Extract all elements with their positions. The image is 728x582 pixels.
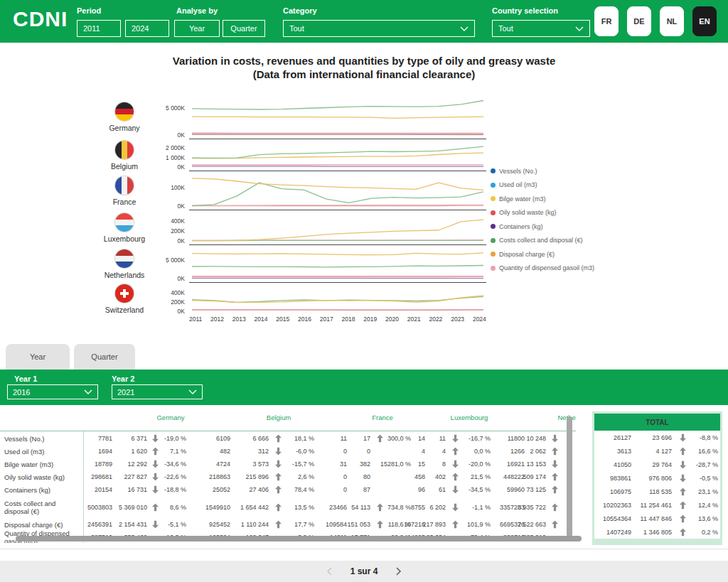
- y-axis-ticks: 5 000K0K: [149, 245, 189, 283]
- legend-label: Costs collect and disposal (€): [499, 237, 583, 244]
- value-year2: 16 731: [127, 486, 147, 493]
- page-indicator: 1 sur 4: [350, 566, 378, 576]
- value-year2: 12 292: [127, 460, 147, 468]
- legend-dot-icon: [491, 196, 496, 201]
- x-axis-year-label: 2024: [473, 316, 486, 323]
- country-name: Netherlands: [105, 271, 145, 279]
- chart-plot: [189, 95, 486, 139]
- previous-page-icon[interactable]: [326, 567, 332, 576]
- trend-up-icon: [678, 447, 687, 455]
- total-value-percent: 23,1 %: [698, 488, 718, 495]
- language-button-en[interactable]: EN: [692, 6, 717, 36]
- chart-lines: [189, 139, 486, 171]
- total-row: 1020236311 254 46112,4 %: [594, 499, 720, 512]
- language-button-nl[interactable]: NL: [660, 6, 684, 36]
- value-percent: -1,1 %: [472, 504, 491, 511]
- value-percent: 21,5 %: [471, 473, 491, 480]
- horizontal-scrollbar[interactable]: [16, 536, 582, 541]
- legend-item-containers[interactable]: Containers (kg): [491, 220, 594, 234]
- value-percent: 7,1 %: [170, 448, 186, 455]
- value-year2: 7 522 663: [518, 521, 546, 528]
- country-name: Switzerland: [105, 306, 144, 314]
- tab-quarter[interactable]: Quarter: [74, 344, 135, 370]
- value-year1: 4724: [216, 460, 230, 468]
- y-axis-tick-label: 400K: [171, 217, 185, 225]
- country-cell: Netherlands: [100, 245, 149, 283]
- total-value-percent: 16,6 %: [698, 448, 718, 455]
- legend-label: Containers (kg): [499, 223, 543, 230]
- value-year1: 1549910: [205, 504, 230, 511]
- total-value-year1: 26127: [614, 434, 631, 441]
- trend-up-icon: [150, 503, 160, 511]
- value-year1: 0: [343, 448, 347, 455]
- year2-dropdown[interactable]: 2021: [112, 384, 203, 399]
- value-year1: 25052: [213, 486, 230, 493]
- trend-up-icon: [550, 503, 560, 511]
- vertical-scrollbar[interactable]: [567, 416, 572, 537]
- table-rows: Vessels (No.)77816 371-19,0 %61096 66618…: [0, 432, 576, 543]
- legend-label: Used oil (m3): [499, 181, 537, 188]
- year1-value: 2016: [13, 388, 30, 397]
- y-axis-tick-label: 2 000K: [166, 144, 185, 151]
- country-cell: Germany: [100, 95, 149, 139]
- trend-up-icon: [375, 435, 385, 443]
- divider: [0, 549, 728, 549]
- value-percent: 300,0 %: [387, 435, 411, 442]
- value-percent: -16,7 %: [469, 435, 491, 442]
- y-axis-tick-label: 5 000K: [166, 257, 185, 264]
- value-year2: 27 406: [249, 486, 269, 493]
- value-percent: -6,0 %: [296, 448, 314, 455]
- total-row: 983861976 806-0,5 %: [594, 472, 720, 485]
- period-from-input[interactable]: 2011: [77, 20, 121, 37]
- value-year1: 15: [418, 460, 425, 468]
- next-page-icon[interactable]: [396, 567, 402, 576]
- category-value: Tout: [289, 24, 304, 33]
- legend-item-oily[interactable]: Oily solid waste (kg): [491, 206, 594, 220]
- country-cell: Switzerland: [100, 283, 149, 316]
- y-axis-tick-label: 200K: [171, 298, 185, 306]
- language-button-de[interactable]: DE: [627, 6, 651, 36]
- trend-up-icon: [550, 486, 560, 494]
- legend-item-gasoil[interactable]: Quantity of dispensed gasoil (m3): [491, 262, 594, 276]
- trend-up-icon: [678, 487, 687, 495]
- legend-dot-icon: [491, 168, 496, 173]
- country-cell: France: [100, 171, 149, 210]
- year1-label: Year 1: [14, 374, 37, 383]
- y-axis-tick-label: 1 000K: [166, 154, 185, 161]
- language-button-fr[interactable]: FR: [594, 6, 619, 36]
- chart-legend: Vessels (No.)Used oil (m3)Bilge water (m…: [491, 164, 594, 275]
- country-name: Germany: [109, 124, 139, 132]
- legend-item-costs[interactable]: Costs collect and disposal (€): [491, 234, 594, 248]
- country-dropdown[interactable]: Tout: [492, 20, 590, 37]
- tab-year[interactable]: Year: [6, 344, 70, 370]
- table-row-label: Disposal charge (€): [4, 521, 81, 529]
- analyse-year-button[interactable]: Year: [174, 20, 220, 37]
- x-axis-year-label: 2011: [189, 316, 202, 323]
- total-value-percent: -0,5 %: [700, 475, 718, 482]
- legend-label: Quantity of dispensed gasoil (m3): [499, 264, 594, 271]
- trend-down-icon: [150, 460, 160, 468]
- x-axis-year-label: 2021: [407, 316, 421, 323]
- x-axis-year-label: 2023: [451, 316, 464, 323]
- value-year1: 20154: [95, 486, 112, 493]
- value-year1: 1694: [98, 448, 112, 455]
- trend-down-icon: [450, 503, 460, 511]
- year1-dropdown[interactable]: 2016: [7, 384, 98, 399]
- trend-down-icon: [450, 486, 460, 494]
- category-dropdown[interactable]: Tout: [283, 20, 475, 37]
- legend-item-used_oil[interactable]: Used oil (m3): [491, 178, 594, 193]
- y-axis-tick-label: 200K: [171, 227, 185, 235]
- legend-item-disposal[interactable]: Disposal charge (€): [491, 247, 594, 262]
- value-year2: 6 666: [252, 435, 269, 442]
- period-to-input[interactable]: 2024: [125, 20, 169, 37]
- legend-dot-icon: [491, 252, 496, 257]
- comparison-table: GermanyBelgiumFranceLuxembourgNetherland…: [0, 409, 576, 543]
- top-header-bar: CDNI Period 2011 2024 Analyse by Year Qu…: [0, 0, 728, 43]
- analyse-quarter-button[interactable]: Quarter: [223, 20, 265, 37]
- total-value-year2: 4 127: [655, 448, 672, 455]
- table-row: Used oil (m3)16941 6207,1 %482312-6,0 %0…: [0, 445, 576, 458]
- total-value-year2: 29 764: [652, 461, 672, 468]
- value-year1: 16921: [507, 460, 525, 468]
- legend-item-bilge[interactable]: Bilge water (m3): [491, 192, 594, 206]
- legend-item-vessels[interactable]: Vessels (No.): [491, 164, 594, 178]
